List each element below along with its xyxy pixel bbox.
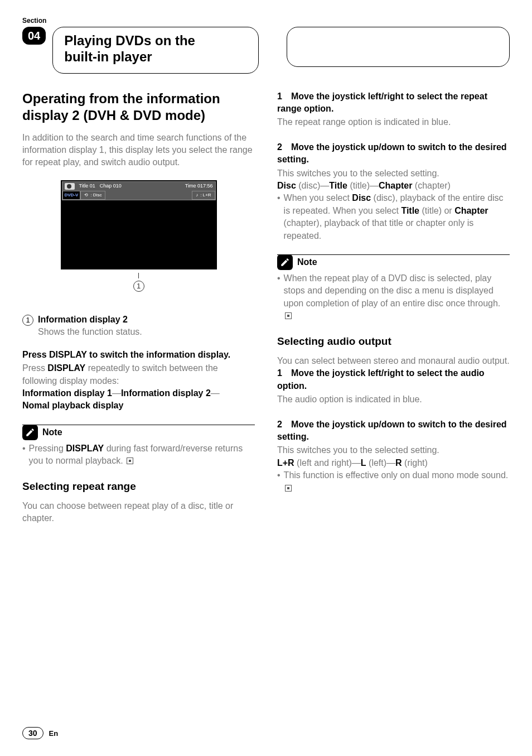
footer: 30 En bbox=[22, 727, 58, 739]
press-display-body: Press DISPLAY repeatedly to switch betwe… bbox=[22, 362, 255, 387]
display-title: Title 01 bbox=[79, 182, 95, 190]
b-chapter: Chapter bbox=[454, 206, 488, 215]
note2-body: When the repeat play of a DVD disc is se… bbox=[284, 273, 501, 308]
repeat-step1-body: The repeat range option is indicated in … bbox=[277, 116, 510, 128]
b-mid2: (title) or bbox=[419, 206, 454, 215]
definition-number: 1 bbox=[22, 315, 33, 326]
display-time: Time 017:56 bbox=[185, 182, 213, 190]
bullet-dot: • bbox=[277, 469, 280, 494]
page-title-line1: Playing DVDs on the bbox=[64, 33, 195, 48]
press-pre: Press bbox=[22, 363, 47, 373]
opt-chap-paren: (chapter) bbox=[412, 181, 450, 190]
audio-options: L+R (left and right)—L (left)—R (right) bbox=[277, 457, 510, 469]
pencil-icon bbox=[22, 425, 38, 440]
aopt-l-p: (left)— bbox=[366, 458, 395, 468]
repeat-bullet: • When you select Disc (disc), playback … bbox=[277, 192, 510, 242]
definition-desc: Shows the function status. bbox=[38, 326, 142, 338]
aopt-lr-p: (left and right)— bbox=[294, 458, 361, 468]
audio-bullet: • This function is effective only on dua… bbox=[277, 469, 510, 494]
mode2: Information display 2 bbox=[121, 388, 211, 398]
display-screen: Title 01 Chap 010 Time 017:56 DVD-V ⟲ : … bbox=[61, 180, 217, 269]
b-pre: When you select bbox=[284, 193, 352, 203]
display-chap: Chap 010 bbox=[100, 182, 122, 190]
note-label: Note bbox=[42, 426, 62, 439]
repeat-step2-body1: This switches you to the selected settin… bbox=[277, 167, 510, 180]
end-square-icon bbox=[285, 485, 292, 492]
note-bullet: • Pressing DISPLAY during fast forward/r… bbox=[22, 442, 255, 468]
end-square-icon bbox=[127, 458, 133, 464]
opt-disc: Disc bbox=[277, 181, 296, 190]
audio-step2-body: This switches you to the selected settin… bbox=[277, 444, 510, 456]
note-label-2: Note bbox=[297, 256, 317, 268]
sep1: — bbox=[112, 388, 121, 398]
opt-title-paren: (title)— bbox=[347, 181, 379, 190]
page-title: Playing DVDs on the built-in player bbox=[64, 33, 247, 65]
note-header-2: Note bbox=[277, 254, 510, 270]
section-heading: Operating from the information display 2… bbox=[22, 90, 255, 124]
sep2: — bbox=[211, 388, 220, 398]
audio-label: : L+R bbox=[200, 192, 211, 198]
display-figure: Title 01 Chap 010 Time 017:56 DVD-V ⟲ : … bbox=[61, 180, 217, 292]
callout-line: 1 bbox=[61, 273, 217, 292]
right-column: 1 Move the joystick left/right to select… bbox=[277, 90, 510, 525]
note-bold: DISPLAY bbox=[66, 444, 104, 453]
note-text-2: When the repeat play of a DVD disc is se… bbox=[284, 272, 510, 322]
info-bar: Title 01 Chap 010 Time 017:56 DVD-V ⟲ : … bbox=[62, 181, 216, 200]
callout-number: 1 bbox=[133, 281, 144, 292]
note-text: Pressing DISPLAY during fast forward/rev… bbox=[29, 442, 255, 468]
bullet-dot: • bbox=[22, 442, 26, 468]
repeat-range-heading: Selecting repeat range bbox=[22, 479, 255, 494]
opt-disc-paren: (disc)— bbox=[296, 181, 330, 190]
intro-paragraph: In addition to the search and time searc… bbox=[22, 132, 255, 169]
page-number: 30 bbox=[22, 727, 43, 739]
aopt-r-p: (right) bbox=[402, 458, 428, 468]
b-disc: Disc bbox=[352, 193, 371, 203]
repeat-label: : Disc bbox=[90, 192, 101, 198]
audio-cell: ♪ : L+R bbox=[192, 191, 215, 200]
page-title-line2: built-in player bbox=[64, 49, 152, 64]
repeat-range-intro: You can choose between repeat play of a … bbox=[22, 500, 255, 525]
repeat-step1-heading: 1 Move the joystick left/right to select… bbox=[277, 90, 510, 115]
mode1: Information display 1 bbox=[22, 388, 112, 398]
left-column: Operating from the information display 2… bbox=[22, 90, 255, 525]
b-title: Title bbox=[401, 206, 419, 215]
display-modes: Information display 1—Information displa… bbox=[22, 387, 255, 412]
bullet-dot: • bbox=[277, 272, 280, 322]
aopt-r: R bbox=[395, 458, 402, 468]
aopt-l: L bbox=[361, 458, 366, 468]
audio-bullet-text: This function is effective only on dual … bbox=[284, 469, 510, 494]
press-bold: DISPLAY bbox=[47, 363, 85, 373]
note-header: Note bbox=[22, 425, 255, 440]
note-bullet-2: • When the repeat play of a DVD disc is … bbox=[277, 272, 510, 322]
mode3: Nomal playback display bbox=[22, 401, 123, 410]
audio-output-heading: Selecting audio output bbox=[277, 334, 510, 349]
bullet-dot: • bbox=[277, 192, 280, 242]
definition-row: 1 Information display 2 Shows the functi… bbox=[22, 314, 255, 339]
empty-title-box bbox=[287, 27, 510, 67]
h2-line2: display 2 (DVH & DVD mode) bbox=[22, 108, 205, 123]
repeat-bullet-text: When you select Disc (disc), playback of… bbox=[284, 192, 510, 242]
dvdv-tag: DVD-V bbox=[62, 191, 81, 200]
audio-step1-heading: 1 Move the joystick left/right to select… bbox=[277, 367, 510, 392]
opt-chapter: Chapter bbox=[379, 181, 412, 190]
b-post: (chapter), playback of that title or cha… bbox=[284, 218, 474, 240]
aopt-lr: L+R bbox=[277, 458, 294, 468]
section-label: Section bbox=[22, 17, 510, 25]
audio-output-intro: You can select between stereo and monaur… bbox=[277, 355, 510, 367]
h2-line1: Operating from the information bbox=[22, 91, 220, 106]
definition-term: Information display 2 bbox=[38, 314, 142, 326]
press-display-heading: Press DISPLAY to switch the information … bbox=[22, 349, 255, 361]
pencil-icon bbox=[277, 254, 293, 270]
opt-title: Title bbox=[329, 181, 347, 190]
audio-icon: ♪ bbox=[196, 192, 198, 198]
header-row: 04 Playing DVDs on the built-in player bbox=[22, 27, 510, 74]
language-code: En bbox=[49, 729, 59, 738]
repeat-icon: ⟲ bbox=[84, 192, 88, 198]
audio-step2-heading: 2 Move the joystick up/down to switch to… bbox=[277, 418, 510, 444]
title-box: Playing DVDs on the built-in player bbox=[52, 27, 259, 74]
note-pre: Pressing bbox=[29, 444, 66, 453]
disc-icon bbox=[65, 183, 75, 190]
audio-step1-body: The audio option is indicated in blue. bbox=[277, 393, 510, 406]
repeat-cell: ⟲ : Disc bbox=[80, 191, 105, 200]
end-square-icon bbox=[285, 312, 292, 319]
